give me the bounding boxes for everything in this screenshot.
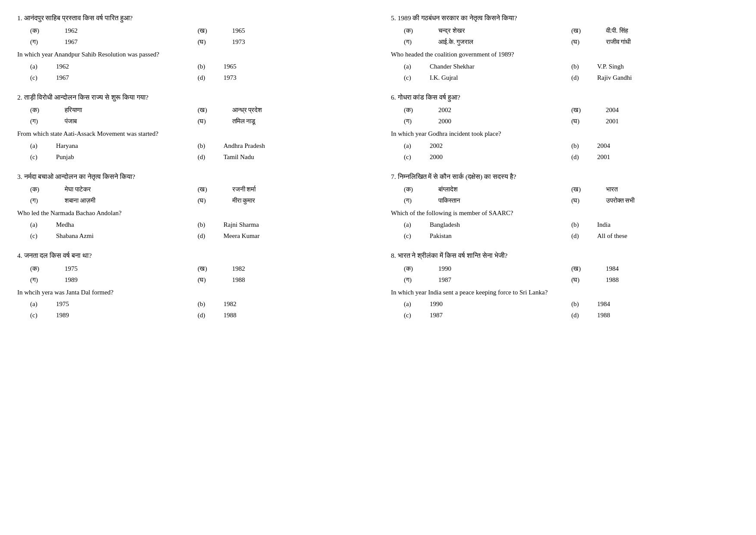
english-option-value-4-0: 1975 — [56, 299, 198, 309]
english-option-value-4-2: 1989 — [56, 310, 198, 320]
hindi-option-label-8-1: (ख) — [572, 263, 606, 274]
english-options-1: (a)1962(b)1965(c)1967(d)1973 — [30, 61, 365, 83]
english-option-label-8-1: (b) — [572, 299, 597, 309]
hindi-option-label-1-2: (ग) — [30, 37, 65, 47]
english-option-value-8-3: 1988 — [597, 310, 739, 320]
hindi-option-label-6-2: (ग) — [404, 116, 438, 126]
english-option-label-1-0: (a) — [30, 61, 56, 72]
hindi-option-value-5-1: वी.पी. सिंह — [606, 25, 739, 36]
english-option-label-6-0: (a) — [404, 141, 430, 151]
english-option-label-4-3: (d) — [198, 310, 224, 320]
english-option-value-1-2: 1967 — [56, 72, 198, 83]
hindi-option-value-4-0: 1975 — [65, 263, 198, 274]
hindi-question-7: 7. निम्नलिखित में से कौन सार्क (दक्षेस) … — [391, 172, 739, 181]
hindi-option-label-8-2: (ग) — [404, 275, 438, 285]
hindi-option-label-1-0: (क) — [30, 25, 65, 36]
question-block-8: 8. भारत ने श्रीलंका में किस वर्ष शान्ति … — [391, 250, 739, 320]
hindi-option-value-7-0: बांग्लादेश — [438, 184, 572, 194]
english-option-value-3-1: Rajni Sharma — [224, 219, 366, 230]
english-question-1: In which year Anandpur Sahib Resolution … — [17, 50, 365, 59]
hindi-question-6: 6. गोधरा कांड किस वर्ष हुआ? — [391, 92, 739, 102]
english-option-value-6-3: 2001 — [597, 152, 739, 162]
hindi-question-1: 1. आनंदपुर साहिब प्रस्ताव किस वर्ष पारित… — [17, 13, 365, 23]
english-option-value-8-0: 1990 — [430, 299, 572, 309]
hindi-option-label-7-2: (ग) — [404, 195, 438, 206]
hindi-question-4: 4. जनता दल किस वर्ष बना था? — [17, 250, 365, 260]
hindi-option-label-2-2: (ग) — [30, 116, 65, 126]
english-question-6: In which year Godhra incident took place… — [391, 129, 739, 139]
hindi-option-label-6-0: (क) — [404, 105, 438, 115]
hindi-option-value-3-1: रजनी शर्मा — [232, 184, 366, 194]
english-option-label-2-2: (c) — [30, 152, 56, 162]
english-options-2: (a)Haryana(b)Andhra Pradesh(c)Punjab(d)T… — [30, 141, 365, 162]
hindi-options-3: (क)मेघा पाटेकर(ख)रजनी शर्मा(ग)शबाना आज़म… — [30, 184, 365, 206]
hindi-options-7: (क)बांग्लादेश(ख)भारत(ग)पाकिस्तान(घ)उपरोक… — [404, 184, 739, 206]
hindi-option-value-4-1: 1982 — [232, 263, 366, 274]
hindi-option-label-3-1: (ख) — [198, 184, 232, 194]
english-option-value-1-3: 1973 — [224, 72, 366, 83]
english-option-value-1-1: 1965 — [224, 61, 366, 72]
question-block-4: 4. जनता दल किस वर्ष बना था?(क)1975(ख)198… — [17, 250, 365, 320]
english-option-value-5-0: Chander Shekhar — [430, 61, 572, 72]
right-column: 5. 1989 की गठबंधन सरकार का नेतृत्व किसने… — [391, 13, 739, 330]
english-option-value-8-2: 1987 — [430, 310, 572, 320]
english-question-3: Who led the Narmada Bachao Andolan? — [17, 208, 365, 218]
english-option-value-6-0: 2002 — [430, 141, 572, 151]
hindi-option-value-5-2: आई.के. गुजराल — [438, 37, 572, 47]
english-option-label-3-0: (a) — [30, 219, 56, 230]
hindi-option-label-3-2: (ग) — [30, 195, 65, 206]
english-option-value-7-0: Bangladesh — [430, 219, 572, 230]
english-option-value-3-3: Meera Kumar — [224, 231, 366, 241]
hindi-option-value-8-0: 1990 — [438, 263, 572, 274]
english-option-label-3-2: (c) — [30, 231, 56, 241]
hindi-question-5: 5. 1989 की गठबंधन सरकार का नेतृत्व किसने… — [391, 13, 739, 23]
hindi-option-label-8-0: (क) — [404, 263, 438, 274]
hindi-option-label-4-3: (घ) — [198, 275, 232, 285]
english-option-value-2-0: Haryana — [56, 141, 198, 151]
question-block-3: 3. नर्मदा बचाओ आन्दोलन का नेतृत्व किसने … — [17, 172, 365, 241]
english-option-value-5-2: I.K. Gujral — [430, 72, 572, 83]
english-option-label-8-0: (a) — [404, 299, 430, 309]
hindi-option-value-7-3: उपरोक्त सभी — [606, 195, 739, 206]
english-question-2: From which state Aati-Assack Movement wa… — [17, 129, 365, 139]
hindi-option-value-1-2: 1967 — [65, 37, 198, 47]
english-option-value-4-1: 1982 — [224, 299, 366, 309]
hindi-option-label-6-3: (घ) — [572, 116, 606, 126]
hindi-option-value-1-3: 1973 — [232, 37, 366, 47]
english-option-label-2-3: (d) — [198, 152, 224, 162]
english-option-label-7-3: (d) — [572, 231, 597, 241]
hindi-option-value-4-3: 1988 — [232, 275, 366, 285]
hindi-option-label-4-0: (क) — [30, 263, 65, 274]
hindi-options-4: (क)1975(ख)1982(ग)1989(घ)1988 — [30, 263, 365, 285]
hindi-option-value-1-0: 1962 — [65, 25, 198, 36]
english-option-value-2-2: Punjab — [56, 152, 198, 162]
hindi-options-6: (क)2002(ख)2004(ग)2000(घ)2001 — [404, 105, 739, 126]
hindi-question-8: 8. भारत ने श्रीलंका में किस वर्ष शान्ति … — [391, 250, 739, 260]
page: 1. आनंदपुर साहिब प्रस्ताव किस वर्ष पारित… — [17, 13, 739, 330]
hindi-option-label-4-2: (ग) — [30, 275, 65, 285]
hindi-option-value-2-2: पंजाब — [65, 116, 198, 126]
english-option-label-7-1: (b) — [572, 219, 597, 230]
hindi-option-label-3-3: (घ) — [198, 195, 232, 206]
english-option-value-5-1: V.P. Singh — [597, 61, 739, 72]
question-block-5: 5. 1989 की गठबंधन सरकार का नेतृत्व किसने… — [391, 13, 739, 83]
hindi-option-label-2-0: (क) — [30, 105, 65, 115]
hindi-options-1: (क)1962(ख)1965(ग)1967(घ)1973 — [30, 25, 365, 47]
hindi-option-value-6-3: 2001 — [606, 116, 739, 126]
english-option-value-7-2: Pakistan — [430, 231, 572, 241]
hindi-option-label-3-0: (क) — [30, 184, 65, 194]
english-option-label-6-2: (c) — [404, 152, 430, 162]
hindi-option-value-2-0: हरियाणा — [65, 105, 198, 115]
hindi-option-label-2-1: (ख) — [198, 105, 232, 115]
english-option-label-1-1: (b) — [198, 61, 224, 72]
english-option-label-7-0: (a) — [404, 219, 430, 230]
hindi-option-value-8-2: 1987 — [438, 275, 572, 285]
english-option-value-6-1: 2004 — [597, 141, 739, 151]
left-column: 1. आनंदपुर साहिब प्रस्ताव किस वर्ष पारित… — [17, 13, 365, 330]
hindi-option-value-7-2: पाकिस्तान — [438, 195, 572, 206]
hindi-option-label-2-3: (घ) — [198, 116, 232, 126]
english-option-label-8-3: (d) — [572, 310, 597, 320]
hindi-question-2: 2. ताड़ी विरोधी आन्दोलन किस राज्य से शुर… — [17, 92, 365, 102]
hindi-option-value-8-1: 1984 — [606, 263, 739, 274]
hindi-option-label-5-0: (क) — [404, 25, 438, 36]
